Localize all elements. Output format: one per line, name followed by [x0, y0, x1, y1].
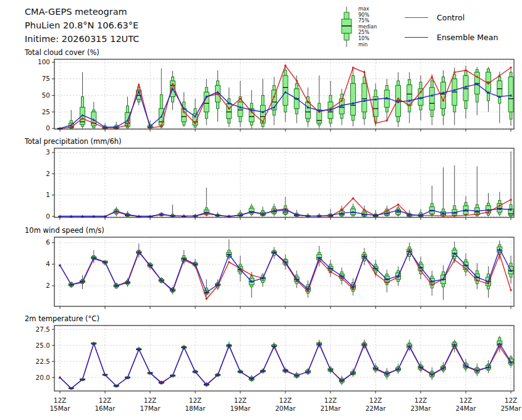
x-tick-hour: 12Z	[279, 397, 292, 404]
y-tick-label: 3	[46, 148, 50, 156]
box-whisker	[328, 81, 333, 127]
panel-title: Total precipitation (mm/6h)	[24, 137, 121, 146]
box-whisker	[441, 167, 446, 216]
box-whisker	[429, 185, 434, 216]
x-tick-hour: 12Z	[369, 397, 382, 404]
panel-total-cloud-cover-: 0255075100Total cloud cover (%)	[24, 48, 514, 132]
x-axis-labels: 12Z15Mar12Z16Mar12Z17Mar12Z18Mar12Z19Mar…	[49, 397, 521, 412]
y-tick-label: 6	[46, 238, 50, 246]
x-tick-day: 16Mar	[95, 405, 116, 412]
meteogram-chart: 0255075100Total cloud cover (%)0123Total…	[0, 0, 522, 420]
box-whisker	[508, 69, 513, 126]
control-marker	[510, 289, 512, 292]
panel-title: Total cloud cover (%)	[24, 48, 99, 57]
y-tick-label: 25	[42, 108, 50, 116]
box-whisker	[351, 204, 356, 217]
panel-10m-wind-speed-m-s-: 24610m wind speed (m/s)	[25, 226, 514, 309]
box-whisker	[238, 81, 243, 127]
x-tick-day: 24Mar	[455, 405, 476, 412]
box-whisker	[441, 266, 446, 300]
y-tick-label: 20.0	[36, 374, 50, 381]
box-whisker	[463, 65, 468, 119]
y-tick-label: 2	[46, 170, 50, 177]
panel-2m-temperature-c-: 20.022.525.027.52m temperature (°C)	[25, 314, 514, 393]
box-whisker	[463, 196, 468, 217]
x-tick-day: 18Mar	[185, 405, 206, 412]
y-tick-label: 75	[42, 75, 50, 82]
box-whisker	[373, 83, 378, 127]
box-whisker	[407, 72, 412, 123]
x-tick-hour: 12Z	[460, 397, 473, 404]
y-tick-label: 2	[46, 282, 50, 289]
x-tick-day: 21Mar	[320, 405, 341, 412]
control-marker	[374, 122, 377, 124]
box-whisker	[486, 67, 491, 112]
y-tick-label: 25.0	[36, 342, 50, 349]
y-tick-label: 22.5	[36, 358, 50, 365]
panel-title: 10m wind speed (m/s)	[25, 226, 104, 235]
x-tick-day: 15Mar	[49, 405, 70, 412]
panel-title: 2m temperature (°C)	[25, 314, 99, 323]
box-whisker	[204, 79, 209, 125]
x-tick-hour: 12Z	[415, 397, 427, 404]
panel-total-precipitation-mm-6h-: 0123Total precipitation (mm/6h)	[24, 137, 514, 220]
box-whisker	[384, 79, 389, 120]
box-whisker	[508, 151, 513, 216]
x-tick-hour: 12Z	[505, 397, 518, 404]
box-whisker	[497, 192, 502, 217]
control-marker	[352, 66, 354, 69]
box-whisker	[91, 102, 96, 128]
box-whisker	[317, 75, 322, 128]
box-whisker	[351, 67, 356, 126]
control-marker	[363, 71, 366, 74]
box-whisker	[249, 204, 254, 217]
y-tick-label: 0	[46, 124, 50, 132]
y-tick-label: 50	[42, 91, 50, 99]
x-tick-day: 19Mar	[230, 405, 251, 412]
y-tick-label: 0	[46, 212, 50, 220]
x-tick-hour: 12Z	[144, 397, 157, 404]
x-tick-day: 20Mar	[275, 405, 296, 412]
control-marker	[138, 83, 140, 86]
box-whisker	[339, 89, 344, 125]
box-whisker	[429, 74, 434, 125]
control-marker	[453, 71, 456, 74]
x-tick-hour: 12Z	[234, 397, 247, 404]
box-whisker	[182, 250, 187, 264]
box-whisker	[474, 67, 479, 115]
x-tick-day: 17Mar	[140, 405, 161, 412]
x-tick-day: 23Mar	[410, 405, 431, 412]
y-tick-label: 100	[38, 58, 50, 65]
box-whisker	[283, 197, 288, 217]
box-whisker	[452, 166, 457, 217]
y-tick-label: 1	[46, 191, 50, 198]
x-tick-hour: 12Z	[189, 397, 202, 404]
y-tick-label: 4	[46, 260, 50, 267]
x-tick-day: 25Mar	[500, 405, 521, 412]
y-tick-label: 27.5	[36, 326, 50, 333]
meteogram-figure: CMA-GEPS meteogram PhuLien 20.8°N 106.63…	[0, 0, 522, 420]
box-whisker	[137, 83, 141, 105]
x-tick-day: 22Mar	[365, 405, 386, 412]
x-tick-hour: 12Z	[99, 397, 112, 404]
x-tick-hour: 12Z	[54, 397, 67, 404]
x-tick-hour: 12Z	[324, 397, 337, 404]
